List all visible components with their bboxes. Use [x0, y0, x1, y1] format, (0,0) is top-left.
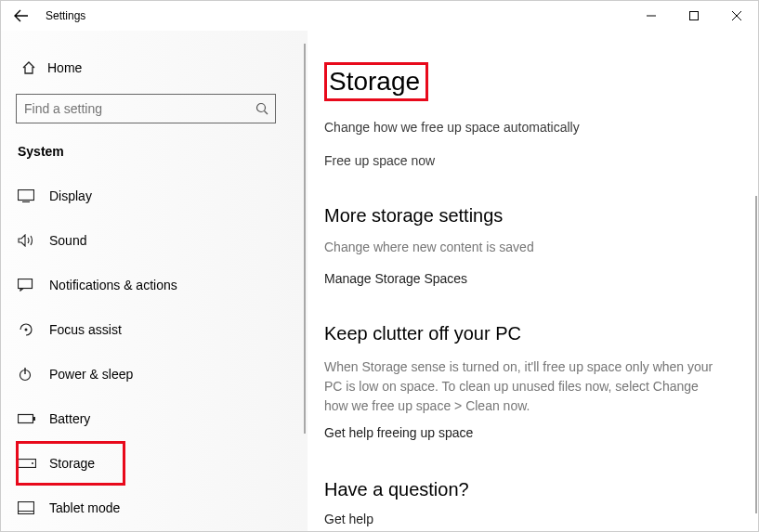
- nav-label: Display: [46, 188, 92, 203]
- svg-point-4: [257, 104, 266, 112]
- link-change-auto[interactable]: Change how we free up space automaticall…: [324, 120, 741, 135]
- home-label: Home: [42, 60, 82, 75]
- nav-label: Tablet mode: [46, 500, 120, 515]
- sidebar-item-sound[interactable]: Sound: [16, 218, 308, 263]
- storage-icon: [18, 459, 46, 468]
- battery-icon: [18, 413, 46, 424]
- svg-rect-1: [690, 12, 699, 20]
- close-icon: [732, 11, 741, 20]
- sidebar-item-notifications[interactable]: Notifications & actions: [16, 263, 308, 307]
- nav-label: Focus assist: [46, 322, 122, 337]
- search-input[interactable]: [17, 101, 249, 116]
- keep-clutter-desc: When Storage sense is turned on, it'll f…: [324, 357, 724, 416]
- more-storage-sub[interactable]: Change where new content is saved: [324, 240, 741, 254]
- titlebar: Settings: [1, 1, 758, 31]
- sidebar-item-tablet-mode[interactable]: Tablet mode: [16, 486, 308, 530]
- power-icon: [18, 367, 46, 382]
- arrow-left-icon: [14, 8, 29, 23]
- maximize-icon: [689, 11, 699, 20]
- svg-rect-8: [19, 279, 33, 289]
- search-box[interactable]: [16, 94, 276, 123]
- search-icon: [249, 102, 275, 115]
- svg-rect-16: [19, 502, 34, 514]
- svg-rect-6: [19, 190, 34, 201]
- close-button[interactable]: [715, 1, 758, 31]
- nav-label: Power & sleep: [46, 367, 133, 382]
- window-title: Settings: [42, 9, 85, 22]
- nav-label: Storage: [46, 456, 95, 471]
- sound-icon: [18, 234, 46, 247]
- notifications-icon: [18, 279, 46, 292]
- sidebar-group-header: System: [16, 144, 308, 159]
- nav-label: Sound: [46, 233, 86, 248]
- page-title: Storage: [329, 67, 420, 97]
- sidebar-item-home[interactable]: Home: [16, 49, 308, 86]
- nav-label: Battery: [46, 411, 90, 426]
- keep-clutter-header: Keep clutter off your PC: [324, 323, 741, 344]
- display-icon: [18, 189, 46, 202]
- sidebar-item-battery[interactable]: Battery: [16, 396, 308, 441]
- minimize-button[interactable]: [630, 1, 673, 31]
- sidebar-scrollbar[interactable]: [304, 44, 306, 434]
- minimize-icon: [647, 11, 656, 20]
- get-help-link[interactable]: Get help: [324, 512, 741, 526]
- svg-rect-12: [19, 415, 33, 423]
- sidebar: Home System Display Sound Notifications …: [1, 31, 308, 531]
- main-scrollbar[interactable]: [755, 196, 757, 513]
- page-title-highlight: Storage: [324, 62, 428, 101]
- nav-label: Notifications & actions: [46, 278, 177, 292]
- svg-point-15: [32, 462, 33, 464]
- focus-assist-icon: [18, 322, 46, 337]
- tablet-icon: [18, 501, 46, 514]
- maximize-button[interactable]: [673, 1, 715, 31]
- main-panel: Storage Change how we free up space auto…: [308, 31, 758, 531]
- sidebar-item-focus-assist[interactable]: Focus assist: [16, 307, 308, 352]
- svg-point-9: [25, 329, 28, 331]
- svg-rect-13: [33, 417, 35, 421]
- back-button[interactable]: [1, 1, 42, 31]
- question-header: Have a question?: [324, 479, 741, 500]
- link-free-now[interactable]: Free up space now: [324, 153, 741, 168]
- more-storage-header: More storage settings: [324, 205, 741, 227]
- manage-storage-spaces[interactable]: Manage Storage Spaces: [324, 271, 741, 286]
- sidebar-item-display[interactable]: Display: [16, 174, 308, 218]
- home-icon: [16, 60, 42, 75]
- sidebar-item-power-sleep[interactable]: Power & sleep: [16, 352, 308, 396]
- svg-line-5: [265, 111, 268, 115]
- window-controls: [630, 1, 758, 31]
- keep-clutter-link[interactable]: Get help freeing up space: [324, 425, 741, 440]
- sidebar-item-storage[interactable]: Storage: [16, 441, 125, 486]
